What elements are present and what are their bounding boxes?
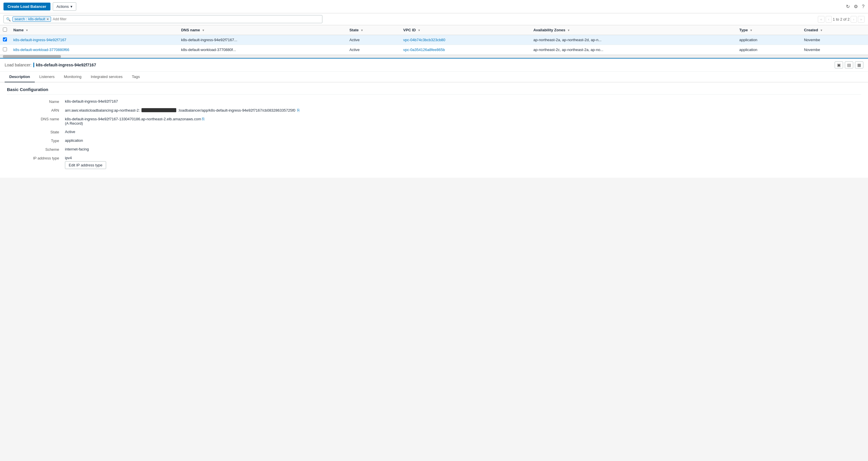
refresh-icon[interactable]: ↻	[846, 4, 850, 9]
sort-icon-created: ▼	[820, 29, 823, 32]
select-all-header	[0, 25, 10, 35]
view-icon-1-button[interactable]: ▣	[835, 61, 843, 68]
row-type-0: application	[736, 35, 801, 45]
col-header-dns-name[interactable]: DNS name ▼	[178, 25, 347, 35]
field-label-name: Name	[7, 99, 65, 104]
view-icon-2-button[interactable]: ▤	[845, 61, 853, 68]
pagination-first-button[interactable]: «	[818, 16, 825, 23]
row-name-1[interactable]: k8s-default-workload-3770880f66	[10, 45, 178, 55]
table-row[interactable]: k8s-default-workload-3770880f66 k8s-defa…	[0, 45, 868, 55]
actions-button[interactable]: Actions	[53, 2, 76, 11]
help-icon[interactable]: ?	[862, 4, 865, 9]
filter-key: search	[14, 17, 25, 21]
row-created-1: Novembe	[801, 45, 868, 55]
detail-title-separator	[33, 63, 34, 67]
field-label-ip-type: IP address type	[7, 156, 65, 160]
row-dns-0: k8s-default-ingress-94e92f7167...	[178, 35, 347, 45]
sort-icon-type: ▼	[750, 29, 753, 32]
pagination-last-button[interactable]: »	[858, 16, 865, 23]
pagination: « ‹ 1 to 2 of 2 › »	[818, 16, 865, 23]
scrollbar-thumb[interactable]	[3, 55, 61, 58]
field-row-ip-type: IP address type ipv4 Edit IP address typ…	[7, 156, 861, 169]
field-label-dns: DNS name	[7, 117, 65, 121]
field-row-type: Type application	[7, 138, 861, 143]
edit-ip-address-type-button[interactable]: Edit IP address type	[65, 161, 106, 169]
col-header-type[interactable]: Type ▼	[736, 25, 801, 35]
copy-arn-icon[interactable]: ⎘	[297, 108, 300, 113]
view-icon-3-button[interactable]: ▦	[855, 61, 863, 68]
remove-filter-button[interactable]: ✕	[46, 18, 49, 21]
col-header-name[interactable]: Name ▼	[10, 25, 178, 35]
detail-pane: Load balancer: k8s-default-ingress-94e92…	[0, 58, 868, 178]
row-state-1: Active	[346, 45, 400, 55]
tab-description[interactable]: Description	[5, 72, 35, 82]
search-bar: 🔍 search : k8s-default ✕ « ‹ 1 to 2 of 2…	[0, 13, 868, 25]
field-label-arn: ARN	[7, 108, 65, 113]
field-value-type: application	[65, 138, 83, 143]
load-balancers-table-container: Name ▼ DNS name ▼ State ▼ VPC ID ▼ Avail…	[0, 25, 868, 55]
dns-name-note: (A Record)	[65, 121, 83, 126]
col-header-az[interactable]: Availability Zones ▼	[531, 25, 736, 35]
row-checkbox-0[interactable]	[3, 37, 7, 41]
detail-label: Load balancer:	[5, 63, 32, 67]
sort-icon-name: ▼	[26, 29, 28, 32]
sort-icon-dns: ▼	[202, 29, 205, 32]
search-input-container[interactable]: 🔍 search : k8s-default ✕	[3, 15, 322, 23]
ip-address-type-value: ipv4	[65, 156, 72, 160]
row-type-1: application	[736, 45, 801, 55]
col-header-vpc-id[interactable]: VPC ID ▼	[400, 25, 531, 35]
table-row[interactable]: k8s-default-ingress-94e92f7167 k8s-defau…	[0, 35, 868, 45]
sort-icon-az: ▼	[567, 29, 570, 32]
col-header-state[interactable]: State ▼	[346, 25, 400, 35]
field-value-arn: arn:aws:elasticloadbalancing:ap-northeas…	[65, 108, 300, 113]
detail-name: k8s-default-ingress-94e92f7167	[36, 63, 96, 67]
state-value: Active	[65, 130, 75, 134]
tab-listeners[interactable]: Listeners	[35, 72, 59, 82]
row-checkbox-1[interactable]	[3, 47, 7, 51]
field-row-state: State Active	[7, 130, 861, 134]
pagination-next-button[interactable]: ›	[850, 16, 857, 23]
detail-content: Basic Configuration Name k8s-default-ing…	[0, 82, 868, 178]
detail-view-icons: ▣ ▤ ▦	[835, 61, 863, 68]
detail-header: Load balancer: k8s-default-ingress-94e92…	[0, 59, 868, 72]
field-row-dns: DNS name k8s-default-ingress-94e92f7167-…	[7, 117, 861, 126]
lb-name-value: k8s-default-ingress-94e92f7167	[65, 99, 118, 103]
tab-monitoring[interactable]: Monitoring	[59, 72, 86, 82]
field-row-scheme: Scheme internet-facing	[7, 147, 861, 152]
row-vpc-1[interactable]: vpc-0a354126a8fee865b	[400, 45, 531, 55]
tab-integrated-services[interactable]: Integrated services	[86, 72, 127, 82]
tab-tags[interactable]: Tags	[127, 72, 144, 82]
filter-value: k8s-default	[28, 17, 45, 21]
add-filter-input[interactable]	[53, 17, 96, 21]
row-az-0: ap-northeast-2a, ap-northeast-2d, ap-n..…	[531, 35, 736, 45]
scheme-value: internet-facing	[65, 147, 89, 151]
create-load-balancer-button[interactable]: Create Load Balancer	[3, 3, 51, 10]
pagination-prev-button[interactable]: ‹	[826, 16, 832, 23]
field-value-state: Active	[65, 130, 75, 134]
sort-icon-vpc: ▼	[418, 29, 421, 32]
arn-suffix: :loadbalancer/app/k8s-default-ingress-94…	[178, 108, 296, 113]
field-value-ip-type: ipv4 Edit IP address type	[65, 156, 106, 169]
row-state-0: Active	[346, 35, 400, 45]
row-created-0: Novembe	[801, 35, 868, 45]
dns-name-value: k8s-default-ingress-94e92f7167-133047018…	[65, 117, 201, 121]
type-value: application	[65, 138, 83, 143]
field-label-scheme: Scheme	[7, 147, 65, 152]
copy-dns-icon[interactable]: ⎘	[202, 117, 205, 121]
field-label-type: Type	[7, 138, 65, 143]
row-checkbox-cell	[0, 35, 10, 45]
actions-label: Actions	[57, 4, 69, 9]
chevron-down-icon	[70, 4, 72, 9]
row-name-0[interactable]: k8s-default-ingress-94e92f7167	[10, 35, 178, 45]
detail-title: Load balancer: k8s-default-ingress-94e92…	[5, 63, 96, 67]
row-az-1: ap-northeast-2c, ap-northeast-2a, ap-no.…	[531, 45, 736, 55]
horizontal-scrollbar[interactable]	[0, 55, 868, 58]
select-all-checkbox[interactable]	[3, 28, 7, 32]
row-dns-1: k8s-default-workload-3770880f...	[178, 45, 347, 55]
row-checkbox-cell	[0, 45, 10, 55]
pagination-text: 1 to 2 of 2	[833, 17, 850, 22]
col-header-created[interactable]: Created ▼	[801, 25, 868, 35]
row-vpc-0[interactable]: vpc-04b74c3bcb323cb80	[400, 35, 531, 45]
toolbar: Create Load Balancer Actions ↻ ⚙ ?	[0, 0, 868, 13]
settings-icon[interactable]: ⚙	[854, 4, 858, 9]
